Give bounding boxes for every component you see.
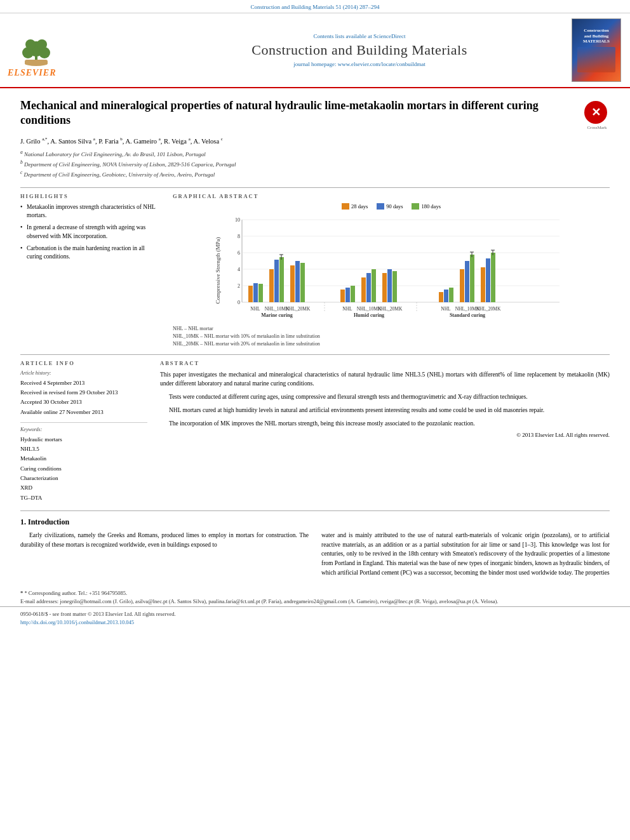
legend-swatch-90 (377, 203, 384, 210)
bar-std-nhl-180 (449, 288, 453, 302)
svg-text:0: 0 (238, 300, 240, 305)
svg-text:8: 8 (238, 234, 240, 239)
keyword-3: Metakaolin (20, 454, 147, 463)
footer-doi[interactable]: http://dx.doi.org/10.1016/j.conbuildmat.… (20, 619, 610, 625)
svg-text:2: 2 (238, 283, 240, 289)
intro-left-col: Early civilizations, namely the Greeks a… (20, 531, 309, 582)
top-citation-bar: Construction and Building Materials 51 (… (0, 0, 630, 13)
footer-issn: 0950-0618/$ - see front matter © 2013 El… (20, 611, 610, 617)
bar-std-nhl10-28 (460, 269, 464, 302)
svg-text:NHL_20MK: NHL_20MK (378, 306, 403, 312)
svg-text:NHL_20MK: NHL_20MK (476, 306, 501, 312)
corresponding-author-note: * Corresponding author. Tel.: +351 96479… (24, 590, 127, 596)
legend-28days: 28 days (342, 203, 368, 210)
svg-text:6: 6 (238, 250, 240, 256)
intro-right-para: water and is mainly attributed to the us… (321, 531, 610, 578)
graphical-abstract-column: GRAPHICAL ABSTRACT 28 days 90 days 180 d… (173, 193, 610, 348)
legend-180days: 180 days (412, 203, 440, 210)
bar-std-nhl-90 (444, 290, 448, 302)
bar-humid-nhl20-90 (387, 269, 392, 302)
introduction-content: Early civilizations, namely the Greeks a… (20, 531, 610, 582)
sciencedirect-link[interactable]: ScienceDirect (373, 33, 405, 39)
footnote-star: * * Corresponding author. Tel.: +351 964… (20, 589, 610, 598)
abstract-text: This paper investigates the mechanical a… (160, 370, 610, 429)
highlights-graphical-section: HIGHLIGHTS Metakaolin improves strength … (20, 193, 610, 348)
journal-cover-thumbnail: Constructionand BuildingMATERIALS (572, 18, 622, 82)
svg-text:NHL: NHL (342, 306, 352, 312)
keyword-5: Characterization (20, 474, 147, 483)
crossmark-icon: ✕ (591, 105, 601, 119)
contents-available-line: Contents lists available at ScienceDirec… (147, 33, 572, 39)
article-info-header: ARTICLE INFO (20, 360, 147, 366)
chart-note-1: NHL – NHL mortar (173, 325, 610, 333)
elsevier-wordmark: ELSEVIER (8, 68, 56, 78)
bar-humid-nhl-90 (345, 288, 350, 302)
bar-marine-nhl20-90 (295, 261, 300, 302)
svg-text:4: 4 (238, 267, 240, 272)
highlights-header: HIGHLIGHTS (20, 193, 160, 199)
intro-section-title: 1. Introduction (20, 517, 610, 527)
main-content: Mechanical and mineralogical properties … (0, 88, 630, 589)
homepage-url[interactable]: www.elsevier.com/locate/conbuildmat (338, 61, 426, 67)
contents-label: Contents lists available at (314, 33, 372, 39)
highlight-item-1: Metakaolin improves strength characteris… (20, 203, 160, 220)
bar-humid-nhl-180 (351, 286, 355, 302)
svg-rect-7 (25, 60, 48, 65)
bar-marine-nhl-28 (248, 286, 253, 302)
affiliation-c: Department of Civil Engineering, Geobiot… (24, 171, 215, 178)
info-abstract-section: ARTICLE INFO Article history: Received 4… (20, 360, 610, 503)
revised-date: Received in revised form 29 October 2013 (20, 388, 147, 397)
bar-humid-nhl10-180 (372, 269, 376, 302)
bar-marine-nhl-90 (253, 283, 258, 302)
abstract-para-1: This paper investigates the mechanical a… (160, 370, 610, 389)
highlights-column: HIGHLIGHTS Metakaolin improves strength … (20, 193, 160, 348)
chart-note-3: NHL_20MK – NHL mortar with 20% of metaka… (173, 340, 610, 348)
journal-center-info: Contents lists available at ScienceDirec… (147, 33, 572, 67)
journal-title: Construction and Building Materials (147, 42, 572, 58)
svg-text:Humid curing: Humid curing (354, 312, 384, 318)
svg-point-5 (37, 39, 47, 50)
svg-text:NHL_20MK: NHL_20MK (286, 306, 311, 312)
bar-marine-nhl20-28 (290, 265, 295, 302)
bar-marine-nhl20-180 (300, 263, 305, 302)
accepted-date: Accepted 30 October 2013 (20, 397, 147, 407)
svg-text:Standard curing: Standard curing (450, 312, 485, 318)
highlight-item-3: Carbonation is the main hardening reacti… (20, 244, 160, 262)
article-info-column: ARTICLE INFO Article history: Received 4… (20, 360, 147, 503)
bar-std-nhl10-90 (465, 261, 469, 302)
legend-swatch-180 (412, 203, 419, 210)
affiliations: a National Laboratory for Civil Engineer… (20, 149, 610, 180)
homepage-label: journal homepage: (293, 61, 336, 67)
journal-homepage: journal homepage: www.elsevier.com/locat… (147, 61, 572, 67)
chart-note-2: NHL_10MK – NHL mortar with 10% of metaka… (173, 333, 610, 340)
svg-text:NHL: NHL (250, 306, 260, 312)
legend-swatch-28 (342, 203, 349, 210)
bar-marine-nhl10-28 (269, 269, 274, 302)
bar-std-nhl20-180 (491, 253, 495, 302)
crossmark-badge: ✕ CrossMark (584, 101, 610, 130)
bar-std-nhl20-90 (486, 258, 490, 302)
citation-text: Construction and Building Materials 51 (… (251, 4, 380, 10)
footnote-email: E-mail addresses: jonegrilo@hotmail.com … (20, 597, 610, 606)
svg-text:NHL: NHL (441, 306, 451, 312)
bar-humid-nhl20-180 (392, 271, 397, 302)
bar-std-nhl-28 (439, 292, 443, 302)
chart-legend: 28 days 90 days 180 days (173, 203, 610, 210)
keyword-2: NHL3.5 (20, 444, 147, 454)
svg-point-4 (25, 39, 36, 50)
svg-text:Compressive Strength (MPa): Compressive Strength (MPa) (215, 237, 221, 303)
received-date: Received 4 September 2013 (20, 378, 147, 388)
authors-line: J. Grilo a,*, A. Santos Silva a, P. Fari… (20, 137, 610, 145)
legend-label-180: 180 days (421, 203, 440, 210)
legend-90days: 90 days (377, 203, 403, 210)
intro-right-col: water and is mainly attributed to the us… (321, 531, 610, 582)
abstract-column: ABSTRACT This paper investigates the mec… (160, 360, 610, 503)
elsevier-logo: ELSEVIER (8, 22, 147, 78)
article-history-header: Article history: (20, 370, 147, 376)
bar-std-nhl10-180 (470, 255, 474, 302)
abstract-para-4: The incorporation of MK improves the NHL… (160, 419, 610, 429)
email-label: E-mail addresses: (20, 598, 58, 604)
abstract-header: ABSTRACT (160, 360, 610, 366)
highlights-list: Metakaolin improves strength characteris… (20, 203, 160, 262)
keywords-header: Keywords: (20, 427, 147, 432)
